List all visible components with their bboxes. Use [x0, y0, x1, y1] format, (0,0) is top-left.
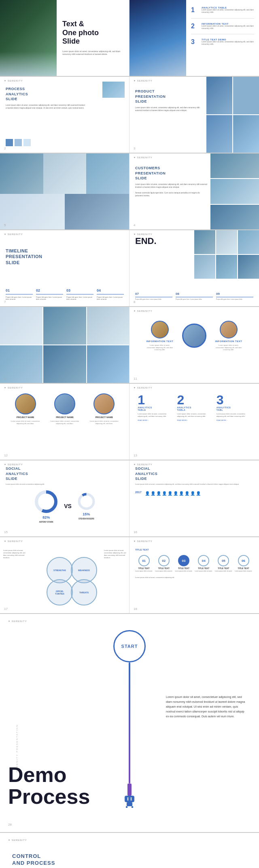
- s11-member-2: PROJECT NAME Lorem ipsum dolor sit amet,…: [49, 393, 81, 425]
- slide-num-17: 28: [8, 823, 12, 826]
- demo-plug-icon: [121, 784, 138, 808]
- row-3: 5 ✦ SERENITY CUSTOMERSPRESENTATIONSLIDE …: [0, 153, 259, 230]
- team-photo-right: [220, 321, 238, 338]
- analytics-desc-2: Lorem ipsum dolor sit amet, consectetur …: [202, 25, 254, 30]
- slide-17: ✦ SERENITY SERENITY PRESENTATION DemoPro…: [0, 614, 259, 832]
- s8-photo-grid: [194, 230, 259, 279]
- team-desc-right: Lorem ipsum dolor sit amet, consectetur …: [214, 344, 243, 351]
- s8-tl-num-2: 08: [176, 292, 213, 296]
- circle-num-5: 05: [218, 555, 229, 566]
- circle-item-3: 03 TITLE TEXT Lorem ipsum dolor sit amet…: [175, 555, 192, 572]
- s4-img-1: [206, 77, 232, 114]
- s8-tl-2: 08 Project title goes here. Lorem ipsum …: [176, 292, 213, 301]
- s6-body2: Aenean commodo ligula eget dolor. Cum so…: [135, 192, 208, 198]
- circle-desc-6: Lorem ipsum dolor sit amet.: [235, 570, 252, 572]
- slide-num-10: 11: [134, 377, 137, 380]
- s1-photo: [0, 0, 57, 76]
- slide-num-11: 12: [4, 454, 8, 457]
- s9-cell-6: [87, 345, 130, 383]
- donut-pct-1: 82%: [42, 515, 50, 519]
- s5-photo-2: [43, 153, 87, 194]
- s12-more-1[interactable]: READ MORE ›: [138, 419, 149, 421]
- brand-12: ✦ SERENITY: [134, 386, 153, 389]
- donut-name-2: STEVEN ROGERS: [79, 518, 94, 520]
- svg-point-2: [79, 494, 93, 509]
- s8-pcell-2: [216, 230, 237, 254]
- s8-timeline: 07 Project title goes here. Lorem ipsum …: [135, 290, 253, 301]
- circle-title-3: TITLE TEXT: [178, 567, 189, 570]
- slide-1: Text & One photo Slide Lorem ipsum dolor…: [0, 0, 130, 76]
- s12-label-3: ANALYTICSTABL: [217, 406, 231, 411]
- donut-pct-2: 15%: [83, 512, 90, 516]
- circle-num-3: 03: [178, 555, 189, 566]
- slide-num-8: 8: [134, 300, 135, 304]
- circle-item-1: 01 TITLE TEXT Lorem ipsum dolor sit amet…: [135, 555, 153, 572]
- s11-name-2: PROJECT NAME: [56, 416, 74, 418]
- slide-7: ✦ SERENITY TIMELINEPRESENTATIONSLIDE 01 …: [0, 230, 130, 306]
- slide-11: ✦ SERENITY PROJECT NAME Lorem ipsum dolo…: [0, 384, 130, 460]
- s12-more-3[interactable]: READ MORE ›: [217, 419, 227, 421]
- s9-cell-1: [0, 307, 42, 345]
- analytics-desc-1: Lorem ipsum dolor sit amet, consectetur …: [202, 9, 254, 14]
- s5-photo-1: [0, 153, 43, 194]
- person-icon-9: 👤: [190, 491, 195, 496]
- team-member-left: INFORMATION TEXT Lorem ipsum dolor sit a…: [146, 321, 174, 351]
- person-icon-6: 👤: [173, 491, 178, 496]
- s1-body: Lorem ipsum dolor sit amet, consectetur …: [62, 50, 124, 56]
- tl-label-4: Project title goes here. Lorem ipsum dol…: [97, 296, 124, 301]
- s12-label-2: ANALYTICSTABLA: [177, 406, 191, 411]
- slide-4: ✦ SERENITY PRODUCTPRESENTATIONSLIDE Lore…: [130, 77, 259, 153]
- slide-10: ✦ SERENITY INFORMATION TEXT Lorem ipsum …: [130, 307, 259, 383]
- row-8: ✦ SERENITY Lorem ipsum dolor sit amet, c…: [0, 537, 259, 614]
- cps-title: CONTROLAND PROCESSSAFETY: [12, 853, 117, 868]
- timeline-items: 01 Project title goes here. Lorem ipsum …: [6, 288, 124, 301]
- s5-photo-3: [86, 153, 130, 194]
- s9-cell-3: [87, 307, 130, 345]
- s6-body: Lorem ipsum dolor sit amet, consectetur …: [135, 183, 208, 189]
- s3-sq-3: [23, 139, 31, 146]
- vs-text: VS: [64, 503, 72, 509]
- circle-desc-2: Lorem ipsum dolor sit amet.: [155, 570, 172, 572]
- s12-more-2[interactable]: READ MORE ›: [177, 419, 188, 421]
- circle-num-2: 02: [158, 555, 170, 566]
- s8-tl-label-2: Project title goes here. Lorem ipsum dol…: [176, 298, 213, 301]
- s11-name-3: PROJECT NAME: [95, 416, 113, 418]
- s6-img-2: [210, 179, 259, 204]
- team-photo-left: [151, 321, 169, 338]
- s3-thumb: [102, 82, 125, 98]
- brand-15: ✦ SERENITY: [4, 540, 23, 542]
- person-icon-4: 👤: [162, 491, 167, 496]
- slide-14: ✦ SERENITY SOCIALANALYTICSSLIDE Lorem ip…: [130, 460, 259, 536]
- tl-label-1: Project title goes here. Lorem ipsum dol…: [6, 296, 33, 301]
- slide-num-12: 13: [134, 454, 137, 457]
- analytics-item-3: 3 TITLE TEXT DEMO Lorem ipsum dolor sit …: [191, 38, 254, 46]
- s11-team: PROJECT NAME Lorem ipsum dolor sit amet,…: [6, 393, 124, 425]
- tl-item-4: 04 Project title goes here. Lorem ipsum …: [97, 288, 124, 301]
- s5-top-photos: [0, 153, 130, 194]
- brand-14: ✦ SERENITY: [134, 463, 153, 466]
- s4-img-3: [206, 115, 232, 153]
- brand-18: ✦ SERENITY: [8, 839, 27, 841]
- venn-label-threats: THREATS: [79, 591, 89, 594]
- s4-img-4: [233, 115, 259, 153]
- brand-7: ✦ SERENITY: [4, 233, 23, 235]
- slide-num-14: 16: [134, 530, 137, 534]
- venn-circle-opportunities: OPPOR-TUNITIES: [47, 579, 73, 605]
- s12-nums: 1 ANALYTICSTABLE Lorem ipsum dolor sit a…: [135, 393, 253, 421]
- s5-bphoto-2: [65, 194, 130, 229]
- circle-num-6: 06: [238, 555, 249, 566]
- s5-bottom-photos: [0, 194, 130, 229]
- demo-body-text: Lorem ipsum dolor sit amet, consectetuer…: [166, 695, 247, 719]
- slide-2: 1 ANALYTICS TABLE Lorem ipsum dolor sit …: [130, 0, 259, 76]
- circle-num-1: 01: [138, 555, 150, 566]
- svg-rect-8: [132, 806, 133, 808]
- s6-img-right: [210, 153, 259, 229]
- s4-img-grid: [206, 77, 259, 153]
- s11-photo-3: [93, 393, 115, 414]
- s4-img-2: [233, 77, 259, 114]
- tl-item-1: 01 Project title goes here. Lorem ipsum …: [6, 288, 33, 301]
- demo-center: START: [113, 626, 146, 808]
- brand-8: ✦ SERENITY: [134, 233, 153, 235]
- person-icon-8: 👤: [185, 491, 189, 496]
- slide-num-5: 5: [4, 223, 6, 227]
